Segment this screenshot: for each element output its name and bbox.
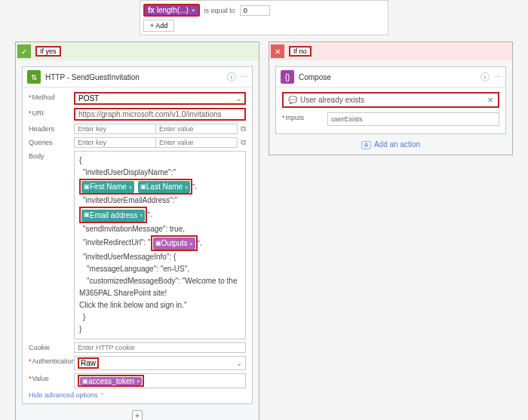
inputs-input[interactable]: userExists	[327, 112, 499, 126]
value-label: Value	[29, 373, 74, 382]
if-yes-branch: ✓ If yes ⇅ HTTP - SendGuestInvitation i …	[15, 41, 259, 420]
add-row-button[interactable]: + Add	[143, 20, 174, 32]
add-action-label: Add an action	[374, 140, 420, 149]
body-textarea[interactable]: { "invitedUserDisplayName":"▣ First Name…	[74, 151, 246, 339]
query-value-input[interactable]	[155, 137, 238, 148]
outputs-chip[interactable]: ▣ Outputs×	[153, 238, 195, 250]
body-text: "invitedUserDisplayName":"	[83, 168, 176, 176]
body-text: "invitedUserEmailAddress":"	[83, 196, 177, 204]
body-text: "invitedUserMessageInfo": {	[83, 253, 176, 261]
chevron-down-icon: ⌄	[235, 94, 241, 103]
body-text: "inviteRedirectUrl": "	[83, 238, 151, 247]
copy-icon[interactable]: ⧉	[241, 138, 246, 147]
http-action-card[interactable]: ⇅ HTTP - SendGuestInvitation i ⋯ Method …	[22, 66, 253, 404]
condition-box: fx length(...)× is equal to + Add	[140, 0, 388, 35]
auth-value: Raw	[78, 357, 99, 369]
body-text: "sendInvitationMessage": true,	[83, 225, 185, 233]
info-icon[interactable]: i	[480, 72, 490, 81]
http-action-title: HTTP - SendGuestInvitation	[45, 73, 227, 81]
compose-action-header[interactable]: {} Compose i ⋯	[276, 67, 505, 87]
headers-label: Headers	[29, 124, 74, 133]
fx-label: fx	[148, 6, 155, 14]
method-select[interactable]: POST⌄	[74, 92, 246, 105]
chip-remove-icon[interactable]: ×	[192, 7, 195, 14]
if-no-branch: ✕ If no {} Compose i ⋯ 💬User already exi…	[269, 41, 513, 155]
query-key-input[interactable]	[74, 137, 155, 148]
auth-select[interactable]: Raw⌄	[74, 356, 246, 370]
value-input[interactable]: ▣ access_token×	[74, 373, 246, 388]
body-label: Body	[29, 151, 74, 160]
method-label: Method	[29, 92, 74, 101]
first-name-chip[interactable]: ▣ First Name×	[81, 181, 134, 193]
plus-icon: +	[132, 410, 143, 420]
uri-input[interactable]: https://graph.microsoft.com/v1.0/invitat…	[74, 108, 246, 121]
compose-action-card[interactable]: {} Compose i ⋯ 💬User already exists✕ Inp…	[275, 66, 506, 134]
body-text: Click the link below and sign in."	[79, 301, 187, 309]
copy-icon[interactable]: ⧉	[241, 124, 246, 133]
compose-action-title: Compose	[299, 73, 480, 81]
check-icon: ✓	[17, 44, 31, 58]
comment-text: User already exists	[300, 96, 364, 104]
fx-value: length(...)	[157, 6, 189, 14]
cookie-label: Cookie	[29, 342, 74, 351]
chevron-down-icon: ⌄	[236, 359, 242, 367]
comment-icon: 💬	[288, 96, 297, 104]
body-text: }	[79, 325, 81, 333]
insert-step[interactable]: +	[22, 410, 253, 420]
add-action-icon: ⊕	[361, 141, 371, 149]
queries-label: Queries	[29, 137, 74, 146]
compose-comment[interactable]: 💬User already exists✕	[282, 92, 499, 108]
http-action-header[interactable]: ⇅ HTTP - SendGuestInvitation i ⋯	[23, 67, 252, 87]
close-icon[interactable]: ✕	[487, 96, 493, 104]
inputs-label: Inputs	[282, 112, 327, 121]
add-action-button[interactable]: ⊕Add an action	[275, 140, 506, 149]
auth-label: Authentication	[29, 356, 74, 365]
body-text: }	[83, 313, 85, 321]
action-menu-icon[interactable]: ⋯	[241, 73, 247, 81]
close-icon: ✕	[271, 44, 284, 58]
info-icon[interactable]: i	[227, 72, 236, 81]
body-text: {	[79, 156, 81, 164]
http-icon: ⇅	[27, 70, 41, 84]
compose-icon: {}	[281, 70, 294, 84]
body-text: "customizedMessageBody": "Welcome to the…	[79, 277, 237, 297]
if-no-header: ✕ If no	[269, 42, 512, 60]
operator-select[interactable]: is equal to	[204, 7, 235, 14]
uri-label: URI	[29, 108, 74, 117]
body-text: "messageLanguage": "en-US",	[87, 265, 189, 273]
condition-value-input[interactable]	[240, 5, 270, 16]
fx-length-chip[interactable]: fx length(...)×	[143, 4, 200, 17]
if-yes-header: ✓ If yes	[16, 42, 259, 60]
access-token-chip[interactable]: ▣ access_token×	[80, 377, 142, 385]
method-value: POST	[78, 94, 99, 103]
header-value-input[interactable]	[155, 124, 238, 134]
if-yes-label: If yes	[35, 46, 61, 57]
action-menu-icon[interactable]: ⋯	[494, 73, 501, 81]
last-name-chip[interactable]: ▣ Last Name×	[138, 181, 190, 193]
header-key-input[interactable]	[74, 124, 155, 134]
hide-advanced-link[interactable]: Hide advanced options	[29, 391, 246, 399]
email-chip[interactable]: ▣ Email address×	[81, 210, 145, 222]
uri-value: https://graph.microsoft.com/v1.0/invitat…	[78, 110, 222, 118]
cookie-input[interactable]	[74, 342, 246, 353]
if-no-label: If no	[289, 46, 312, 57]
